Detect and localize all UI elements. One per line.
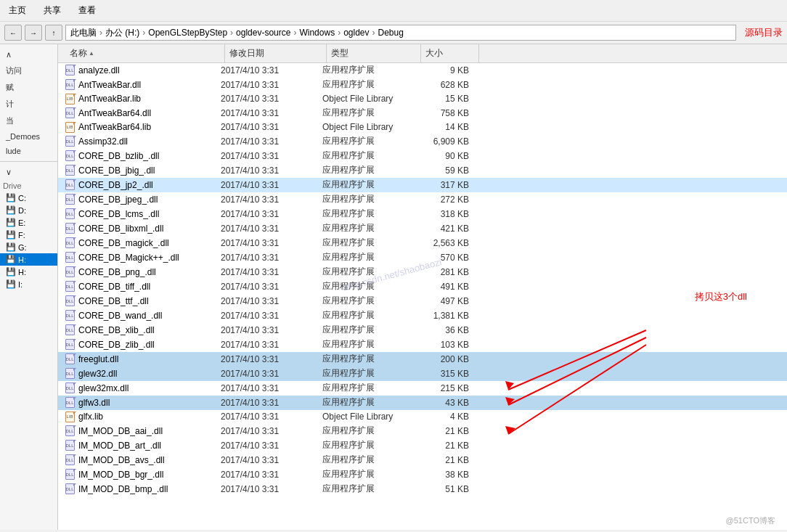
table-row[interactable]: DLL glew32mx.dll 2017/4/10 3:31 应用程序扩展 2… — [58, 381, 787, 396]
drive-e[interactable]: 💾 E: — [0, 216, 57, 229]
path-segment-4[interactable]: Windows — [299, 28, 335, 38]
table-row[interactable]: DLL CORE_DB_tiff_.dll 2017/4/10 3:31 应用程… — [58, 279, 787, 294]
sidebar-item-fu[interactable]: 赋 — [0, 79, 57, 96]
table-row[interactable]: DLL CORE_DB_bzlib_.dll 2017/4/10 3:31 应用… — [58, 149, 787, 163]
drive-h2[interactable]: 💾 H: — [0, 266, 57, 278]
menu-share[interactable]: 共享 — [41, 3, 64, 18]
table-row[interactable]: LIB AntTweakBar.lib 2017/4/10 3:31 Objec… — [58, 92, 787, 106]
menu-view[interactable]: 查看 — [76, 3, 99, 18]
table-row[interactable]: DLL CORE_DB_libxml_.dll 2017/4/10 3:31 应… — [58, 221, 787, 236]
col-header-size[interactable]: 大小 — [421, 44, 479, 62]
file-date: 2017/4/10 3:31 — [221, 80, 322, 90]
table-row[interactable]: DLL AntTweakBar64.dll 2017/4/10 3:31 应用程… — [58, 106, 787, 120]
up-button[interactable]: ↑ — [45, 25, 62, 41]
file-size: 21 KB — [417, 426, 475, 436]
file-name: AntTweakBar.lib — [78, 94, 221, 104]
sidebar-item-lude[interactable]: lude — [0, 144, 57, 158]
file-name: CORE_DB_tiff_.dll — [78, 282, 221, 292]
file-icon: DLL — [64, 65, 76, 76]
sidebar-item-visit[interactable]: 访问 — [0, 62, 57, 79]
table-row[interactable]: DLL CORE_DB_jbig_.dll 2017/4/10 3:31 应用程… — [58, 163, 787, 178]
table-row[interactable]: DLL CORE_DB_png_.dll 2017/4/10 3:31 应用程序… — [58, 265, 787, 279]
drive-f[interactable]: 💾 F: — [0, 229, 57, 241]
table-row[interactable]: DLL Assimp32.dll 2017/4/10 3:31 应用程序扩展 6… — [58, 134, 787, 149]
drive-i[interactable]: 💾 I: — [0, 278, 57, 290]
file-icon: DLL — [64, 252, 76, 263]
file-size: 6,909 KB — [417, 136, 475, 147]
file-date: 2017/4/10 3:31 — [221, 195, 322, 205]
table-row[interactable]: DLL CORE_DB_ttf_.dll 2017/4/10 3:31 应用程序… — [58, 294, 787, 308]
drive-g[interactable]: 💾 G: — [0, 241, 57, 253]
file-name: CORE_DB_wand_.dll — [78, 311, 221, 321]
file-size: 317 KB — [417, 180, 475, 190]
address-path[interactable]: 此电脑 › 办公 (H:) › OpenGLStepByStep › oglde… — [65, 25, 736, 41]
path-segment-1[interactable]: 办公 (H:) — [105, 27, 139, 39]
file-type: 应用程序扩展 — [322, 179, 417, 191]
sidebar-item-quick-access[interactable]: ∧ — [0, 47, 57, 62]
table-row[interactable]: DLL CORE_DB_jp2_.dll 2017/4/10 3:31 应用程序… — [58, 178, 787, 192]
file-size: 570 KB — [417, 253, 475, 263]
file-size: 15 KB — [417, 94, 475, 104]
path-sep: › — [293, 28, 296, 38]
sidebar-item-demoes[interactable]: _Demoes — [0, 129, 57, 144]
drive-c[interactable]: 💾 C: — [0, 192, 57, 204]
table-row[interactable]: DLL CORE_DB_zlib_.dll 2017/4/10 3:31 应用程… — [58, 337, 787, 352]
file-type: 应用程序扩展 — [322, 425, 417, 437]
table-row[interactable]: DLL freeglut.dll 2017/4/10 3:31 应用程序扩展 2… — [58, 352, 787, 367]
file-size: 43 KB — [417, 398, 475, 408]
table-row[interactable]: LIB AntTweakBar64.lib 2017/4/10 3:31 Obj… — [58, 120, 787, 134]
table-row[interactable]: DLL CORE_DB_Magick++_.dll 2017/4/10 3:31… — [58, 250, 787, 265]
table-row[interactable]: DLL IM_MOD_DB_aai_.dll 2017/4/10 3:31 应用… — [58, 424, 787, 438]
drive-h-active[interactable]: 💾 H: — [0, 253, 57, 266]
path-segment-6[interactable]: Debug — [378, 28, 404, 38]
table-row[interactable]: LIB glfx.lib 2017/4/10 3:31 Object File … — [58, 410, 787, 424]
file-area[interactable]: 名称 ▲ 修改日期 类型 大小 DLL analyze.dll 2017/4 — [58, 44, 787, 530]
table-row[interactable]: DLL glew32.dll 2017/4/10 3:31 应用程序扩展 315… — [58, 367, 787, 381]
table-row[interactable]: DLL AntTweakBar.dll 2017/4/10 3:31 应用程序扩… — [58, 78, 787, 92]
file-size: 628 KB — [417, 80, 475, 90]
file-date: 2017/4/10 3:31 — [221, 296, 322, 306]
path-segment-5[interactable]: ogldev — [343, 28, 369, 38]
table-row[interactable]: DLL IM_MOD_DB_art_.dll 2017/4/10 3:31 应用… — [58, 438, 787, 453]
file-name: CORE_DB_jp2_.dll — [78, 180, 221, 190]
file-size: 318 KB — [417, 209, 475, 219]
file-type: 应用程序扩展 — [322, 107, 417, 119]
table-row[interactable]: DLL CORE_DB_xlib_.dll 2017/4/10 3:31 应用程… — [58, 323, 787, 337]
file-size: 36 KB — [417, 325, 475, 335]
path-segment-2[interactable]: OpenGLStepByStep — [148, 28, 227, 38]
path-segment-3[interactable]: ogldev-source — [236, 28, 290, 38]
table-row[interactable]: DLL CORE_DB_jpeg_.dll 2017/4/10 3:31 应用程… — [58, 192, 787, 207]
table-row[interactable]: DLL CORE_DB_lcms_.dll 2017/4/10 3:31 应用程… — [58, 207, 787, 221]
sidebar-item-ji[interactable]: 计 — [0, 96, 57, 112]
file-name: IM_MOD_DB_art_.dll — [78, 441, 221, 451]
table-row[interactable]: DLL CORE_DB_magick_.dll 2017/4/10 3:31 应… — [58, 236, 787, 250]
sidebar-this-pc[interactable]: ∨ — [0, 165, 57, 180]
table-row[interactable]: DLL IM_MOD_DB_bgr_.dll 2017/4/10 3:31 应用… — [58, 467, 787, 482]
col-header-type[interactable]: 类型 — [327, 44, 421, 62]
forward-button[interactable]: → — [25, 25, 42, 41]
file-date: 2017/4/10 3:31 — [221, 441, 322, 451]
drive-icon: 💾 — [6, 242, 16, 252]
path-segment-0[interactable]: 此电脑 — [70, 27, 97, 39]
col-header-name[interactable]: 名称 ▲ — [65, 44, 225, 62]
table-row[interactable]: DLL CORE_DB_wand_.dll 2017/4/10 3:31 应用程… — [58, 308, 787, 323]
file-name: AntTweakBar64.lib — [78, 122, 221, 132]
back-button[interactable]: ← — [4, 25, 22, 41]
table-row[interactable]: DLL IM_MOD_DB_avs_.dll 2017/4/10 3:31 应用… — [58, 453, 787, 467]
table-row[interactable]: DLL analyze.dll 2017/4/10 3:31 应用程序扩展 9 … — [58, 63, 787, 78]
col-header-date[interactable]: 修改日期 — [225, 44, 327, 62]
file-date: 2017/4/10 3:31 — [221, 108, 322, 118]
file-date: 2017/4/10 3:31 — [221, 209, 322, 219]
file-name: glfw3.dll — [78, 398, 221, 408]
file-size: 200 KB — [417, 354, 475, 364]
file-name: IM_MOD_DB_bmp_.dll — [78, 484, 221, 494]
menu-home[interactable]: 主页 — [6, 3, 29, 18]
sidebar-item-dang[interactable]: 当 — [0, 112, 57, 129]
file-type: 应用程序扩展 — [322, 309, 417, 322]
table-row[interactable]: DLL IM_MOD_DB_bmp_.dll 2017/4/10 3:31 应用… — [58, 482, 787, 496]
column-headers: 名称 ▲ 修改日期 类型 大小 — [58, 44, 787, 63]
file-size: 315 KB — [417, 369, 475, 379]
table-row[interactable]: DLL glfw3.dll 2017/4/10 3:31 应用程序扩展 43 K… — [58, 396, 787, 410]
drive-icon: 💾 — [6, 279, 16, 289]
drive-d[interactable]: 💾 D: — [0, 204, 57, 216]
